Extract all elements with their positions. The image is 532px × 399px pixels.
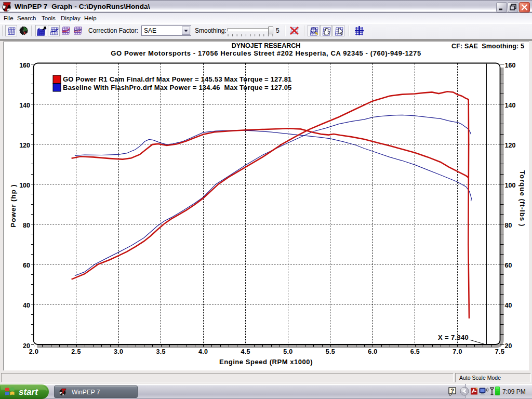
- svg-text:120: 120: [19, 142, 30, 149]
- svg-text:20: 20: [505, 342, 512, 350]
- svg-text:160: 160: [19, 62, 30, 69]
- svg-text:100: 100: [19, 182, 30, 189]
- svg-text:160: 160: [505, 62, 516, 69]
- svg-text:Torque (ft-lbs ): Torque (ft-lbs ): [518, 170, 526, 227]
- svg-text:CF: SAE Smoothing: 5: CF: SAE Smoothing: 5: [451, 43, 524, 50]
- svg-text:40: 40: [505, 302, 512, 309]
- svg-text:3.5: 3.5: [156, 348, 165, 355]
- svg-text:GO Power R1 Cam Final.drf Max: GO Power R1 Cam Final.drf Max Power = 14…: [63, 75, 222, 83]
- svg-text:40: 40: [23, 302, 30, 309]
- svg-text:start: start: [19, 387, 38, 397]
- svg-text:80: 80: [505, 222, 512, 229]
- svg-text:140: 140: [19, 102, 30, 109]
- svg-text:6.5: 6.5: [410, 348, 420, 355]
- svg-text:?: ?: [450, 388, 454, 394]
- svg-text:7.5: 7.5: [495, 348, 504, 355]
- svg-text:3.0: 3.0: [114, 348, 123, 355]
- svg-text:100: 100: [505, 182, 516, 189]
- svg-text:Max Torque = 127.05: Max Torque = 127.05: [224, 84, 292, 91]
- svg-text:X = 7.340: X = 7.340: [438, 334, 469, 341]
- svg-text:2.5: 2.5: [71, 348, 81, 355]
- svg-text:Engine Speed (RPM x1000): Engine Speed (RPM x1000): [219, 358, 313, 366]
- svg-text:5.5: 5.5: [326, 348, 335, 355]
- svg-text:Max Torque = 127.81: Max Torque = 127.81: [224, 75, 292, 83]
- svg-text:Power (hp ): Power (hp ): [9, 184, 17, 227]
- svg-text:4.0: 4.0: [198, 348, 208, 355]
- svg-text:7.0: 7.0: [453, 348, 462, 355]
- svg-text:5.0: 5.0: [283, 348, 292, 355]
- svg-text:120: 120: [505, 142, 516, 149]
- svg-text:6.0: 6.0: [368, 348, 377, 355]
- svg-text:Baseline With FlashPro.drf Max: Baseline With FlashPro.drf Max Power = 1…: [63, 84, 220, 91]
- svg-text:80: 80: [23, 222, 30, 229]
- svg-text:60: 60: [23, 262, 30, 269]
- svg-text:GO Power Motorsports - 17056 H: GO Power Motorsports - 17056 Hercules St…: [111, 49, 421, 57]
- svg-text:60: 60: [505, 262, 512, 269]
- svg-text:140: 140: [505, 102, 516, 109]
- svg-text:DYNOJET RESEARCH: DYNOJET RESEARCH: [232, 42, 301, 49]
- svg-text:2.0: 2.0: [29, 348, 38, 355]
- svg-text:4.5: 4.5: [241, 348, 250, 355]
